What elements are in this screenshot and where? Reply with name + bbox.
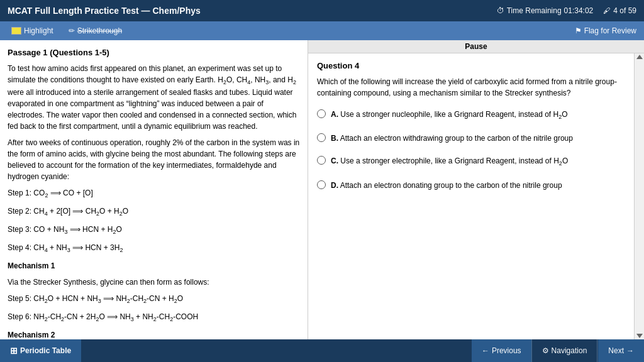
time-value: 01:34:02 <box>564 6 594 15</box>
step5: Step 5: CH2O + HCN + NH3 ⟹ NH2-CH2-CN + … <box>8 293 300 306</box>
strikethrough-button[interactable]: ✏ Strikethrough <box>65 25 126 36</box>
clock-icon: ⏱ <box>497 6 504 15</box>
option-a-text: A. Use a stronger nucleophile, like a Gr… <box>331 109 568 122</box>
answer-option-c[interactable]: C. Use a stronger electrophile, like a G… <box>317 154 625 170</box>
toolbar-left: Highlight ✏ Strikethrough <box>8 25 126 36</box>
mechanism2-header: Mechanism 2 <box>8 329 300 339</box>
question-number: Question 4 <box>317 60 625 72</box>
navigation-label: Navigation <box>552 346 587 355</box>
bottom-bar: ⊞ Periodic Table ← Previous ⚙ Navigation… <box>0 339 644 362</box>
scroll-down-arrow[interactable] <box>636 334 643 338</box>
next-button[interactable]: Next → <box>597 339 644 362</box>
periodic-table-button[interactable]: ⊞ Periodic Table <box>0 339 81 362</box>
radio-b[interactable] <box>317 133 326 142</box>
radio-d[interactable] <box>317 180 326 189</box>
navigation-button[interactable]: ⚙ Navigation <box>531 339 598 362</box>
step1: Step 1: CO2 ⟹ CO + [O] <box>8 187 300 200</box>
next-label: Next <box>608 346 624 355</box>
time-remaining: ⏱ Time Remaining 01:34:02 <box>497 6 594 15</box>
radio-c[interactable] <box>317 156 326 165</box>
top-bar: MCAT Full Length Practice Test — Chem/Ph… <box>0 0 644 21</box>
flag-icon: ⚑ <box>575 26 582 35</box>
navigation-icon: ⚙ <box>542 346 549 355</box>
step3: Step 3: CO + NH3 ⟹ HCN + H2O <box>8 224 300 237</box>
strikethrough-label: Strikethrough <box>77 26 122 35</box>
main-layout: Passage 1 (Questions 1-5) To test how am… <box>0 40 644 339</box>
pencil-icon: ✏ <box>69 26 75 35</box>
nav-buttons: ← Previous ⚙ Navigation Next → <box>471 339 644 362</box>
option-d-text: D. Attach an electron donating group to … <box>331 180 562 191</box>
passage-title: Passage 1 (Questions 1-5) <box>8 47 300 59</box>
periodic-table-icon: ⊞ <box>10 346 18 356</box>
periodic-table-label: Periodic Table <box>20 346 71 355</box>
toolbar: Highlight ✏ Strikethrough ⚑ Flag for Rev… <box>0 21 644 40</box>
answer-option-a[interactable]: A. Use a stronger nucleophile, like a Gr… <box>317 107 625 123</box>
question-count: 🖋 4 of 59 <box>603 6 636 15</box>
radio-a[interactable] <box>317 109 326 118</box>
highlight-icon <box>11 27 21 35</box>
option-c-text: C. Use a stronger electrophile, like a G… <box>331 155 568 168</box>
time-label: Time Remaining <box>507 6 562 15</box>
question-text: Which of the following will increase the… <box>317 76 625 99</box>
panel-content-right: Question 4 Which of the following will i… <box>308 53 644 339</box>
step4: Step 4: CH4 + NH3 ⟹ HCN + 3H2 <box>8 242 300 255</box>
previous-icon: ← <box>482 346 489 355</box>
flag-label: Flag for Review <box>584 26 636 35</box>
previous-button[interactable]: ← Previous <box>471 339 531 362</box>
passage-panel[interactable]: Passage 1 (Questions 1-5) To test how am… <box>0 40 308 339</box>
passage-paragraph1: To test how amino acids first appeared o… <box>8 63 300 133</box>
question-panel[interactable]: Question 4 Which of the following will i… <box>308 53 634 339</box>
passage-paragraph2: After two weeks of continuous operation,… <box>8 137 300 182</box>
step6: Step 6: NH2-CH2-CN + 2H2O ⟹ NH3 + NH2-CH… <box>8 311 300 324</box>
highlight-button[interactable]: Highlight <box>8 25 57 36</box>
mechanism1-header: Mechanism 1 <box>8 260 300 272</box>
flag-review-button[interactable]: ⚑ Flag for Review <box>575 26 636 35</box>
right-panel-wrapper: Pause Question 4 Which of the following … <box>308 40 644 339</box>
pause-label: Pause <box>308 40 644 53</box>
option-b-text: B. Attach an electron withdrawing group … <box>331 133 573 144</box>
app-title: MCAT Full Length Practice Test — Chem/Ph… <box>8 6 201 16</box>
next-icon: → <box>626 346 634 355</box>
step2: Step 2: CH4 + 2[O] ⟹ CH2O + H2O <box>8 206 300 219</box>
question-count-value: 4 of 59 <box>613 6 636 15</box>
answer-option-b[interactable]: B. Attach an electron withdrawing group … <box>317 131 625 145</box>
scroll-up-arrow[interactable] <box>636 55 643 59</box>
previous-label: Previous <box>492 346 521 355</box>
answer-option-d[interactable]: D. Attach an electron donating group to … <box>317 178 625 192</box>
highlight-label: Highlight <box>24 26 53 35</box>
right-scroll-indicator <box>634 53 644 339</box>
top-bar-right: ⏱ Time Remaining 01:34:02 🖋 4 of 59 <box>497 6 636 15</box>
mechanism1-text: Via the Strecker Synthesis, glycine can … <box>8 277 300 288</box>
question-count-icon: 🖋 <box>603 6 611 15</box>
